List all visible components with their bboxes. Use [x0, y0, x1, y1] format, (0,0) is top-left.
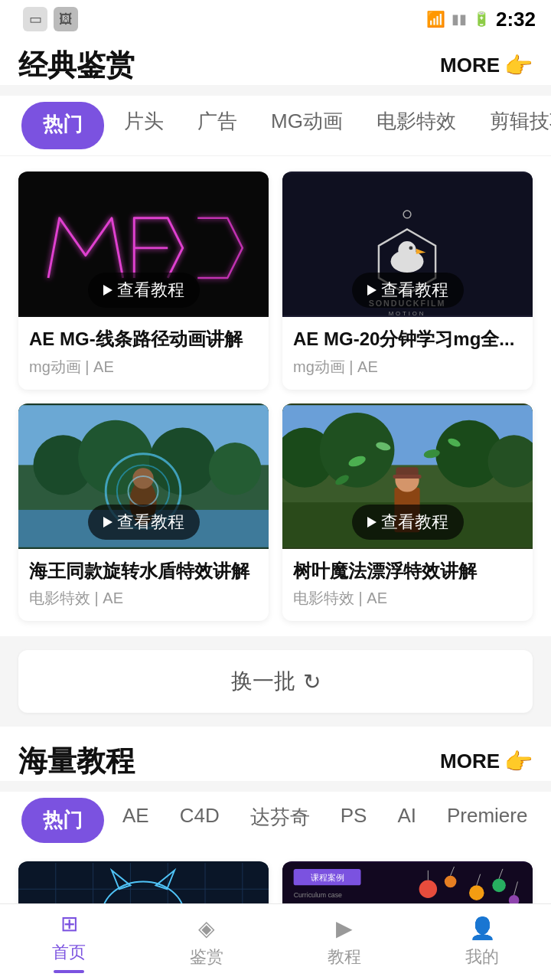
watch-btn-3[interactable]: 查看教程	[88, 505, 200, 540]
mass-tabs: 热门 AE C4D 达芬奇 PS AI Premiere	[0, 792, 551, 849]
card-mg-lines-thumb: 查看教程	[18, 172, 269, 317]
card-water-shield[interactable]: 查看教程 海王同款旋转水盾特效讲解 电影特效 | AE	[18, 403, 269, 622]
watch-btn-4[interactable]: 查看教程	[352, 505, 464, 540]
battery-icon: 🔋	[473, 11, 490, 28]
card-leaf-float[interactable]: 查看教程 树叶魔法漂浮特效讲解 电影特效 | AE	[282, 403, 533, 622]
nav-mine[interactable]: 👤 我的	[413, 908, 551, 976]
play-icon-4	[367, 517, 377, 528]
svg-point-16	[149, 427, 217, 495]
tab2-ae[interactable]: AE	[107, 792, 165, 849]
classic-cards-section: 查看教程 AE MG-线条路径动画讲解 mg动画 | AE	[0, 156, 551, 636]
tab-title[interactable]: 片头	[107, 96, 181, 155]
watch-btn-2[interactable]: 查看教程	[352, 273, 464, 308]
tab2-ps[interactable]: PS	[325, 792, 383, 849]
svg-point-74	[469, 886, 484, 901]
svg-rect-34	[393, 475, 421, 479]
card-mg-lines-meta: mg动画 | AE	[29, 357, 258, 377]
classic-title: 经典鉴赏	[18, 46, 135, 85]
nav-browse[interactable]: ◈ 鉴赏	[138, 908, 276, 976]
mass-title: 海量教程	[18, 742, 135, 781]
nav-mine-label: 我的	[465, 946, 499, 969]
tab-hot[interactable]: 热门	[21, 102, 104, 149]
nav-tutorial-label: 教程	[328, 946, 361, 969]
tab-editing[interactable]: 剪辑技巧	[473, 96, 551, 155]
tab-effects[interactable]: 电影特效	[360, 96, 473, 155]
nav-mine-icon: 👤	[469, 916, 496, 941]
bottom-nav: ⊞ 首页 ◈ 鉴赏 ▶ 教程 👤 我的	[0, 903, 551, 980]
tab2-ai[interactable]: AI	[382, 792, 432, 849]
nav-tutorial[interactable]: ▶ 教程	[276, 908, 413, 976]
card-sonduck-meta: mg动画 | AE	[293, 357, 522, 377]
card-leaf-thumb: 查看教程	[282, 403, 533, 549]
nav-home-indicator	[54, 970, 84, 973]
card-leaf-title: 树叶魔法漂浮特效讲解	[293, 558, 522, 584]
svg-point-75	[492, 879, 506, 893]
mass-finger-icon: 👉	[504, 748, 533, 775]
mass-more-btn[interactable]: MORE 👉	[440, 748, 533, 775]
svg-point-6	[398, 241, 416, 259]
nav-tutorial-icon: ▶	[336, 916, 353, 941]
status-icons: 📶 ▮▮ 🔋 2:32	[426, 8, 536, 31]
card-water-meta: 电影特效 | AE	[29, 588, 258, 609]
card-water-title: 海王同款旋转水盾特效讲解	[29, 558, 258, 584]
mass-header: 海量教程 MORE 👉	[18, 742, 533, 781]
play-icon-2	[367, 285, 377, 296]
nav-browse-icon: ◈	[198, 916, 215, 941]
refresh-icon: ↻	[303, 669, 321, 694]
wifi-icon: 📶	[426, 10, 445, 28]
app-icon-1: ▭	[23, 7, 47, 31]
svg-text:MOTION: MOTION	[389, 310, 426, 317]
classic-section: 经典鉴赏 MORE 👉	[0, 38, 551, 85]
classic-cards-grid: 查看教程 AE MG-线条路径动画讲解 mg动画 | AE	[18, 172, 533, 621]
refresh-label: 换一批	[231, 667, 295, 696]
svg-point-8	[409, 246, 412, 250]
card-water-thumb: 查看教程	[18, 403, 269, 549]
refresh-batch-btn[interactable]: 换一批 ↻	[18, 650, 533, 713]
card-sonduck-thumb: SONDUCKFILM MOTION 查看教程	[282, 172, 533, 317]
nav-home-icon: ⊞	[60, 911, 78, 936]
card-mg-lines-info: AE MG-线条路径动画讲解 mg动画 | AE	[18, 317, 269, 390]
finger-icon: 👉	[504, 52, 533, 79]
classic-more-btn[interactable]: MORE 👉	[440, 52, 533, 79]
tab-ad[interactable]: 广告	[181, 96, 254, 155]
tab2-premiere[interactable]: Premiere	[432, 792, 543, 849]
card-mg-lines-title: AE MG-线条路径动画讲解	[29, 326, 258, 352]
card-sonduck[interactable]: SONDUCKFILM MOTION 查看教程 AE MG-20分钟学习mg全.…	[282, 172, 533, 390]
card-leaf-info: 树叶魔法漂浮特效讲解 电影特效 | AE	[282, 549, 533, 622]
play-icon-3	[103, 517, 112, 528]
status-bar: ▭ 🖼 📶 ▮▮ 🔋 2:32	[0, 0, 551, 38]
tab2-davinci[interactable]: 达芬奇	[235, 792, 325, 849]
svg-point-17	[209, 443, 261, 495]
card-water-info: 海王同款旋转水盾特效讲解 电影特效 | AE	[18, 549, 269, 622]
play-icon-1	[103, 285, 112, 296]
card-leaf-meta: 电影特效 | AE	[293, 588, 522, 609]
signal-icon: ▮▮	[452, 11, 467, 28]
app-icon-2: 🖼	[54, 7, 78, 31]
nav-browse-label: 鉴赏	[190, 946, 223, 969]
card-sonduck-info: AE MG-20分钟学习mg全... mg动画 | AE	[282, 317, 533, 390]
tab2-hot[interactable]: 热门	[21, 798, 104, 843]
card-sonduck-title: AE MG-20分钟学习mg全...	[293, 326, 522, 352]
svg-text:课程案例: 课程案例	[311, 873, 344, 882]
nav-home-label: 首页	[52, 941, 86, 964]
status-time: 2:32	[496, 8, 536, 31]
tab2-c4d[interactable]: C4D	[165, 792, 235, 849]
svg-point-72	[419, 880, 437, 898]
nav-home[interactable]: ⊞ 首页	[0, 903, 138, 980]
svg-text:Curriculum case: Curriculum case	[294, 891, 342, 899]
watch-btn-1[interactable]: 查看教程	[88, 273, 200, 308]
classic-tabs: 热门 片头 广告 MG动画 电影特效 剪辑技巧 调色	[0, 96, 551, 156]
card-mg-lines[interactable]: 查看教程 AE MG-线条路径动画讲解 mg动画 | AE	[18, 172, 269, 390]
classic-header: 经典鉴赏 MORE 👉	[18, 46, 533, 85]
mass-section: 海量教程 MORE 👉	[0, 727, 551, 781]
tab-mg[interactable]: MG动画	[254, 96, 360, 155]
svg-point-73	[445, 876, 457, 888]
